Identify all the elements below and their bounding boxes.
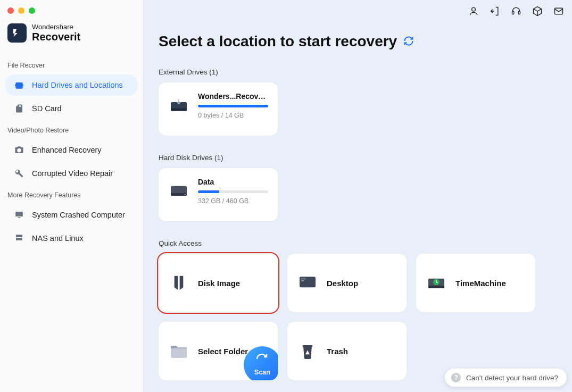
svg-point-8 (184, 194, 186, 195)
card-title: Wonders...Recoverit (198, 92, 268, 101)
camera-icon (14, 145, 24, 155)
disk-image-icon (168, 272, 189, 294)
sd-card-icon (14, 103, 24, 114)
external-drive-icon (168, 94, 189, 115)
sidebar-item-label: NAS and Linux (32, 234, 84, 243)
card-title: Trash (327, 347, 397, 356)
sidebar-section-label: More Recovery Features (0, 188, 143, 202)
quick-access-label: Quick Access (159, 239, 557, 247)
sidebar-item-sd-card[interactable]: SD Card (5, 98, 138, 119)
login-icon[interactable] (489, 5, 501, 17)
brand-small: Wondershare (32, 23, 80, 31)
svg-rect-11 (301, 280, 304, 281)
monitor-icon (14, 210, 24, 220)
page-title: Select a location to start recovery (159, 33, 557, 50)
usage-bar (198, 190, 268, 193)
top-toolbar (468, 5, 565, 17)
desktop-icon (297, 272, 318, 294)
card-sub: 0 bytes / 14 GB (198, 112, 268, 119)
help-icon: ? (451, 373, 461, 382)
card-title: Disk Image (198, 279, 268, 288)
scan-label: Scan (254, 369, 270, 376)
card-title: Data (198, 178, 268, 186)
server-icon (14, 233, 24, 244)
sidebar-item-system-crash[interactable]: System Crashed Computer (5, 204, 138, 226)
page-title-text: Select a location to start recovery (159, 33, 397, 50)
scan-button[interactable]: Scan (244, 346, 278, 380)
svg-point-0 (472, 7, 476, 11)
brand-big: Recoverit (32, 31, 80, 43)
sidebar: Wondershare Recoverit File Recover Hard … (0, 0, 144, 392)
window-controls (0, 4, 143, 23)
mail-icon[interactable] (553, 5, 565, 17)
trash-icon (297, 340, 318, 362)
sidebar-item-label: Corrupted Video Repair (32, 169, 113, 178)
sidebar-item-hard-drives[interactable]: Hard Drives and Locations (5, 74, 138, 96)
sidebar-item-label: SD Card (32, 104, 62, 113)
wrench-icon (14, 168, 24, 179)
external-drives-label: External Drives (1) (159, 68, 557, 76)
brand-logo-icon (7, 23, 27, 43)
svg-rect-9 (300, 277, 316, 287)
card-sub: 332 GB / 460 GB (198, 197, 268, 205)
package-icon[interactable] (532, 5, 543, 17)
hdd-label: Hard Disk Drives (1) (159, 154, 557, 162)
card-title: TimeMachine (455, 279, 526, 288)
svg-rect-2 (518, 11, 520, 14)
timemachine-icon (426, 272, 447, 294)
quick-trash[interactable]: Trash (287, 322, 407, 380)
sidebar-section-label: Video/Photo Restore (0, 123, 143, 137)
quick-desktop[interactable]: Desktop (287, 254, 407, 312)
quick-select-folder[interactable]: Select Folder Scan (159, 322, 278, 380)
help-text: Can't detect your hard drive? (466, 374, 558, 382)
external-drive-card[interactable]: Wonders...Recoverit 0 bytes / 14 GB (159, 82, 278, 136)
drive-icon (14, 80, 24, 90)
usage-bar (198, 105, 268, 107)
svg-rect-13 (428, 286, 444, 288)
card-title: Desktop (327, 279, 397, 288)
sidebar-item-corrupted-video[interactable]: Corrupted Video Repair (5, 163, 138, 184)
folder-icon (168, 340, 189, 362)
brand: Wondershare Recoverit (0, 23, 143, 54)
sidebar-section-label: File Recover (0, 59, 143, 72)
refresh-icon[interactable] (403, 33, 414, 50)
svg-rect-5 (171, 109, 187, 111)
svg-rect-10 (301, 279, 305, 280)
maximize-window-icon[interactable] (29, 7, 35, 14)
main-area: Select a location to start recovery Exte… (144, 0, 572, 392)
sidebar-item-label: System Crashed Computer (32, 211, 125, 219)
svg-rect-1 (512, 11, 514, 14)
help-detect-drive[interactable]: ? Can't detect your hard drive? (445, 369, 567, 387)
svg-rect-15 (303, 345, 313, 347)
quick-timemachine[interactable]: TimeMachine (416, 254, 535, 312)
hdd-icon (168, 180, 189, 201)
hdd-card[interactable]: Data 332 GB / 460 GB (159, 168, 278, 221)
sidebar-item-label: Enhanced Recovery (32, 146, 102, 154)
sidebar-item-enhanced-recovery[interactable]: Enhanced Recovery (5, 139, 138, 161)
sidebar-item-label: Hard Drives and Locations (32, 81, 123, 89)
close-window-icon[interactable] (7, 7, 14, 14)
support-icon[interactable] (510, 5, 522, 17)
quick-disk-image[interactable]: Disk Image (159, 254, 278, 312)
sidebar-item-nas-linux[interactable]: NAS and Linux (5, 228, 138, 249)
minimize-window-icon[interactable] (18, 7, 24, 14)
account-icon[interactable] (468, 5, 479, 17)
